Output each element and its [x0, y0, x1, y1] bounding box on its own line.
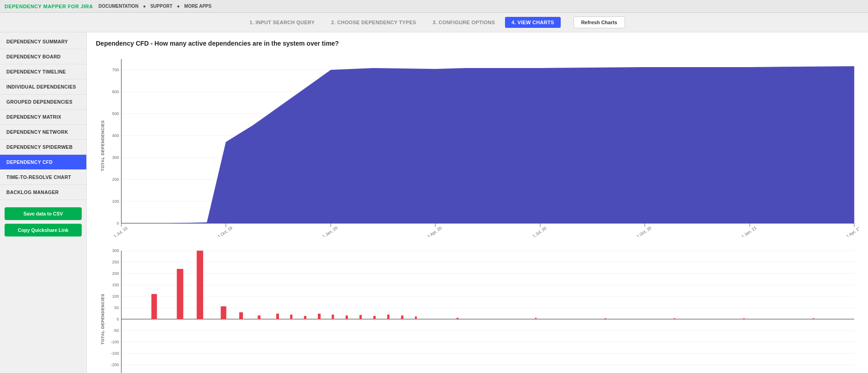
svg-text:700: 700 [112, 68, 119, 72]
top-nav: DEPENDENCY MAPPER FOR JIRA DOCUMENTATION… [0, 0, 868, 13]
save-csv-button[interactable]: Save data to CSV [5, 207, 82, 220]
svg-rect-71 [258, 315, 260, 319]
sidebar: DEPENDENCY SUMMARY DEPENDENCY BOARD DEPE… [0, 32, 87, 373]
svg-rect-72 [276, 314, 279, 319]
step-4[interactable]: 4. VIEW CHARTS [505, 17, 560, 28]
svg-text:100: 100 [112, 294, 119, 299]
svg-rect-75 [318, 314, 321, 319]
svg-rect-67 [177, 269, 183, 319]
svg-text:100: 100 [112, 199, 119, 204]
svg-rect-80 [387, 315, 389, 319]
svg-rect-79 [374, 316, 376, 319]
svg-rect-70 [239, 312, 243, 319]
step-2[interactable]: 2. CHOOSE DEPENDENCY TYPES [325, 17, 422, 28]
sidebar-item-dependency-cfd[interactable]: DEPENDENCY CFD [0, 155, 86, 170]
sidebar-item-backlog-manager[interactable]: BACKLOG MANAGER [0, 185, 86, 200]
svg-text:1 Jul, 20: 1 Jul, 20 [532, 226, 547, 237]
app-title: DEPENDENCY MAPPER FOR JIRA [5, 4, 93, 9]
svg-text:1 Oct, 20: 1 Oct, 20 [636, 226, 652, 237]
sidebar-item-dependency-spiderweb[interactable]: DEPENDENCY SPIDERWEB [0, 140, 86, 155]
svg-text:250: 250 [112, 260, 119, 264]
sidebar-item-dependency-board[interactable]: DEPENDENCY BOARD [0, 49, 86, 64]
svg-rect-81 [401, 315, 403, 319]
svg-text:1 Jul, 19: 1 Jul, 19 [113, 226, 128, 237]
refresh-charts-button[interactable]: Refresh Charts [573, 16, 625, 28]
svg-text:1 Oct, 19: 1 Oct, 19 [217, 226, 233, 237]
svg-rect-86 [674, 318, 675, 319]
svg-text:0: 0 [117, 221, 119, 226]
svg-rect-66 [152, 294, 157, 319]
svg-text:1 Jan, 20: 1 Jan, 20 [322, 226, 338, 237]
sidebar-item-individual-dependencies[interactable]: INDIVIDUAL DEPENDENCIES [0, 79, 86, 95]
svg-text:300: 300 [112, 248, 119, 253]
svg-rect-68 [197, 251, 203, 319]
svg-text:TOTAL DEPENDENCIES: TOTAL DEPENDENCIES [100, 120, 105, 171]
sidebar-item-dependency-matrix[interactable]: DEPENDENCY MATRIX [0, 110, 86, 125]
svg-rect-85 [605, 318, 606, 320]
svg-rect-78 [359, 315, 362, 319]
svg-rect-74 [304, 316, 306, 319]
svg-text:200: 200 [112, 177, 119, 182]
sidebar-item-grouped-dependencies[interactable]: GROUPED DEPENDENCIES [0, 95, 86, 110]
cfd-area-chart: TOTAL DEPENDENCIES 0 100 200 300 400 500… [96, 54, 859, 237]
svg-text:0: 0 [117, 317, 119, 321]
main-layout: DEPENDENCY SUMMARY DEPENDENCY BOARD DEPE… [0, 32, 868, 373]
svg-text:50: 50 [114, 305, 119, 310]
svg-text:1 Jan, 21: 1 Jan, 21 [741, 226, 757, 237]
svg-text:150: 150 [112, 283, 119, 287]
nav-support[interactable]: SUPPORT [150, 4, 172, 9]
svg-rect-69 [221, 306, 226, 319]
svg-text:-50: -50 [113, 328, 119, 333]
sidebar-item-dependency-network[interactable]: DEPENDENCY NETWORK [0, 125, 86, 140]
step-1[interactable]: 1. INPUT SEARCH QUERY [243, 17, 321, 28]
svg-rect-84 [535, 318, 537, 319]
nav-documentation[interactable]: DOCUMENTATION [99, 4, 138, 9]
svg-text:300: 300 [112, 155, 119, 160]
svg-rect-76 [331, 315, 334, 319]
svg-text:1 Apr, 21: 1 Apr, 21 [846, 226, 859, 237]
svg-text:200: 200 [112, 271, 119, 276]
svg-rect-77 [346, 315, 348, 319]
svg-text:-200: -200 [110, 362, 119, 367]
svg-rect-73 [290, 315, 292, 319]
svg-text:400: 400 [112, 133, 119, 138]
sidebar-item-dependency-summary[interactable]: DEPENDENCY SUMMARY [0, 34, 86, 49]
step-3[interactable]: 3. CONFIGURE OPTIONS [426, 17, 501, 28]
sidebar-item-dependency-timeline[interactable]: DEPENDENCY TIMELINE [0, 64, 86, 79]
content-area: Dependency CFD - How many active depende… [87, 32, 868, 373]
sidebar-item-time-to-resolve[interactable]: TIME-TO-RESOLVE CHART [0, 170, 86, 185]
nav-more-apps[interactable]: MORE APPS [184, 4, 212, 9]
copy-quickshare-button[interactable]: Copy Quickshare Link [5, 224, 82, 236]
sidebar-buttons: Save data to CSV Copy Quickshare Link [0, 207, 86, 236]
svg-text:TOTAL DEPENDENCIES: TOTAL DEPENDENCIES [100, 294, 105, 344]
svg-rect-82 [415, 316, 417, 319]
svg-rect-88 [813, 318, 814, 319]
chart-title: Dependency CFD - How many active depende… [96, 40, 859, 47]
svg-rect-87 [743, 318, 745, 319]
svg-text:-150: -150 [110, 351, 119, 356]
svg-text:-100: -100 [110, 340, 119, 344]
svg-rect-83 [457, 318, 458, 320]
svg-text:1 Apr, 20: 1 Apr, 20 [426, 226, 442, 237]
svg-text:500: 500 [112, 111, 119, 116]
cfd-delta-chart: TOTAL DEPENDENCIES [96, 246, 859, 373]
svg-text:600: 600 [112, 89, 119, 94]
step-bar: 1. INPUT SEARCH QUERY 2. CHOOSE DEPENDEN… [0, 13, 868, 32]
